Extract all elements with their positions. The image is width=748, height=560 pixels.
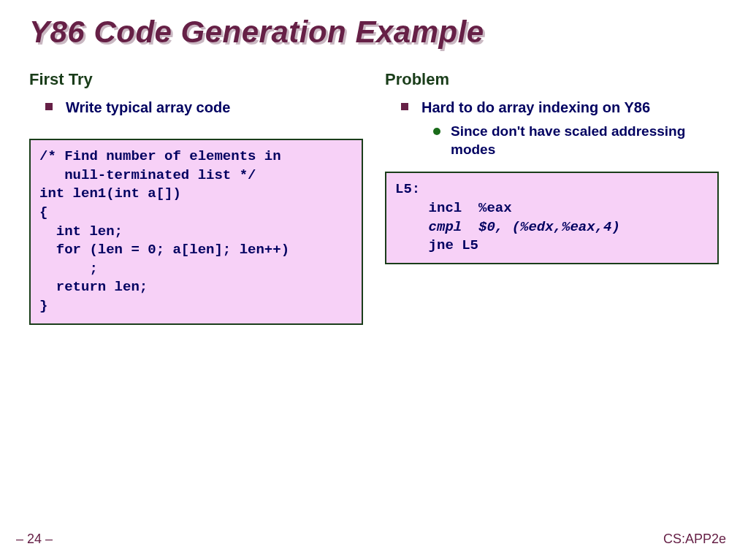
- content-columns: First Try Write typical array code /* Fi…: [29, 70, 719, 325]
- asm-line-1: L5:: [395, 181, 420, 197]
- left-subtitle: First Try: [29, 70, 363, 89]
- right-bullet-text: Hard to do array indexing on Y86: [421, 99, 650, 115]
- right-column: Problem Hard to do array indexing on Y86…: [385, 70, 719, 325]
- source-label: CS:APP2e: [663, 532, 726, 547]
- asm-line-4: jne L5: [395, 237, 478, 253]
- right-subtitle: Problem: [385, 70, 719, 89]
- left-bullets: Write typical array code: [29, 98, 363, 117]
- right-sub-bullets: Since don't have scaled addressing modes: [421, 123, 719, 158]
- page-number: – 24 –: [16, 532, 53, 547]
- slide-title: Y86 Code Generation Example: [29, 15, 719, 50]
- asm-code-box: L5: incl %eax cmpl $0, (%edx,%eax,4) jne…: [385, 172, 719, 264]
- left-column: First Try Write typical array code /* Fi…: [29, 70, 363, 325]
- asm-line-3: cmpl $0, (%edx,%eax,4): [395, 219, 620, 235]
- left-bullet-item: Write typical array code: [66, 98, 363, 117]
- asm-line-2: incl %eax: [395, 200, 512, 216]
- right-bullet-item: Hard to do array indexing on Y86 Since d…: [421, 98, 719, 158]
- right-sub-bullet-item: Since don't have scaled addressing modes: [451, 123, 719, 158]
- c-code-box: /* Find number of elements in null-termi…: [29, 139, 363, 325]
- right-bullets: Hard to do array indexing on Y86 Since d…: [385, 98, 719, 158]
